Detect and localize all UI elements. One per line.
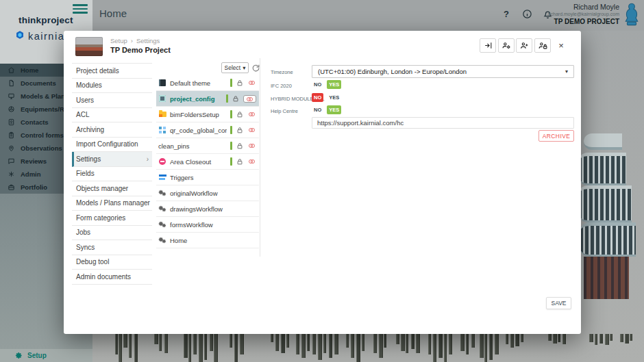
background-pile-field: [92, 334, 644, 362]
config-row-bimfolderssetup[interactable]: bimFoldersSetup: [156, 107, 259, 122]
modal-nav-users[interactable]: Users: [72, 93, 152, 108]
home-icon: [8, 66, 15, 74]
help-yes-option[interactable]: YES: [327, 105, 341, 114]
setup-footer-label: Setup: [27, 352, 47, 359]
speech-bubble-icon: [8, 157, 15, 165]
add-user-button[interactable]: [516, 38, 532, 53]
config-row-default-theme[interactable]: Default theme: [156, 75, 259, 91]
timezone-label: Timezone: [271, 69, 293, 75]
hybrid-no-option[interactable]: NO: [312, 93, 323, 102]
user-lock-button[interactable]: [534, 38, 551, 53]
workflow-gears-icon: [158, 190, 166, 197]
visibility-toggle-icon[interactable]: [247, 142, 256, 150]
lock-icon[interactable]: [236, 127, 244, 134]
breadcrumb-settings[interactable]: Settings: [136, 37, 160, 44]
breadcrumb: Setup › Settings: [110, 37, 160, 44]
modal-nav-debug-tool[interactable]: Debug tool: [72, 255, 152, 270]
config-row-area-closeout[interactable]: Area Closeout: [156, 154, 259, 170]
active-bar: [230, 79, 232, 87]
user-name: Richard Moyle: [496, 3, 619, 12]
archive-button[interactable]: ARCHIVE: [538, 130, 574, 142]
login-icon: [484, 41, 493, 50]
settings-modal: Setup › Settings TP Demo Project × Proje…: [64, 31, 581, 334]
ifc-toggle: NO YES: [312, 80, 341, 89]
lock-icon[interactable]: [236, 79, 244, 87]
config-row-qr-code-global-config[interactable]: qr_code_global_config: [156, 122, 259, 138]
kairnial-cube-icon: [15, 30, 25, 42]
modal-nav-settings[interactable]: Settings›: [72, 152, 152, 167]
workflow-gears-icon: [158, 237, 166, 244]
help-no-option[interactable]: NO: [312, 105, 323, 114]
document-icon: [8, 79, 15, 87]
chevron-down-icon: ▾: [243, 64, 245, 71]
hybrid-yes-option[interactable]: YES: [327, 93, 341, 102]
config-icon: [158, 95, 166, 103]
login-as-button[interactable]: [480, 38, 496, 53]
wheel-icon: [8, 105, 15, 113]
visibility-toggle-icon[interactable]: [247, 127, 256, 134]
visibility-toggle-icon[interactable]: [247, 158, 256, 166]
asterisk-icon: [8, 170, 15, 178]
manage-users-button[interactable]: [498, 38, 515, 53]
person-lock-icon: [538, 41, 547, 50]
visibility-toggle-icon[interactable]: [243, 95, 256, 103]
hamburger-menu-icon[interactable]: [73, 3, 88, 15]
user-block[interactable]: Richard Moyle richard.moyle@kairnialgrou…: [496, 3, 619, 26]
lock-icon[interactable]: [232, 95, 240, 103]
visibility-toggle-icon[interactable]: [247, 111, 256, 118]
modal-nav-import-configuration[interactable]: Import Configuration: [72, 138, 152, 153]
config-row-triggers[interactable]: Triggers: [156, 170, 259, 185]
config-row-drawingsworkflow[interactable]: drawingsWorkflow: [156, 201, 259, 217]
clipboard-icon: [8, 131, 15, 139]
active-bar: [230, 142, 232, 150]
modal-nav-models-plans-manager[interactable]: Models / Plans manager: [72, 196, 152, 211]
config-row-formsworkflow[interactable]: formsWorkflow: [156, 217, 259, 233]
ifc-label: IFC 2020: [271, 83, 292, 89]
modal-nav-jobs[interactable]: Jobs: [72, 226, 152, 241]
help-url-input[interactable]: [312, 117, 574, 129]
avatar[interactable]: [623, 3, 641, 28]
modal-project-title: TP Demo Project: [110, 46, 171, 54]
timezone-select[interactable]: (UTC+01:00) Edinburgh, London -> Europe/…: [312, 65, 574, 78]
active-bar: [230, 110, 232, 118]
folder-icon: [158, 111, 166, 118]
config-row-project-config[interactable]: project_config: [156, 91, 259, 107]
modal-nav-modules[interactable]: Modules: [72, 79, 152, 94]
refresh-icon[interactable]: [251, 63, 260, 72]
brand-kairnial: kairnial: [15, 30, 68, 42]
qr-grid-icon: [158, 127, 166, 134]
config-row-clean-pins[interactable]: clean_pins: [156, 138, 259, 154]
modal-nav-objects-manager[interactable]: Objects manager: [72, 181, 152, 196]
modal-nav-syncs[interactable]: Syncs: [72, 240, 152, 255]
modal-nav: Project details Modules Users ACL Archiv…: [72, 63, 152, 285]
ifc-no-option[interactable]: NO: [312, 80, 323, 89]
modal-nav-fields[interactable]: Fields: [72, 167, 152, 182]
active-bar: [230, 126, 232, 134]
users-gear-icon: [502, 41, 511, 50]
lock-icon[interactable]: [236, 158, 244, 166]
modal-nav-archiving[interactable]: Archiving: [72, 122, 152, 138]
config-row-home[interactable]: Home: [156, 233, 259, 248]
save-button[interactable]: SAVE: [546, 297, 571, 309]
user-project: TP DEMO PROJECT: [496, 18, 619, 27]
select-dropdown[interactable]: Select▾: [221, 62, 249, 73]
lock-icon[interactable]: [236, 142, 244, 150]
breadcrumb-setup[interactable]: Setup: [110, 37, 127, 44]
monitor-icon: [8, 92, 15, 100]
help-centre-label: Help Centre: [271, 108, 298, 114]
person-add-icon: [520, 41, 529, 50]
modal-nav-acl[interactable]: ACL: [72, 108, 152, 123]
config-row-originalworkflow[interactable]: originalWorkflow: [156, 185, 259, 201]
lock-icon[interactable]: [236, 111, 244, 118]
ifc-yes-option[interactable]: YES: [327, 80, 341, 89]
modal-nav-project-details[interactable]: Project details: [72, 64, 152, 79]
setup-footer[interactable]: Setup: [0, 349, 92, 362]
app-root: Home ? Richard Moyle richard.moyle@kairn…: [0, 0, 644, 362]
active-bar: [226, 94, 228, 103]
modal-nav-form-categories[interactable]: Form categories: [72, 211, 152, 226]
modal-nav-admin-documents[interactable]: Admin documents: [72, 270, 152, 285]
chevron-right-icon: ›: [147, 155, 149, 163]
close-icon[interactable]: ×: [555, 39, 567, 51]
page-title: Home: [99, 8, 127, 19]
visibility-toggle-icon[interactable]: [247, 79, 256, 87]
